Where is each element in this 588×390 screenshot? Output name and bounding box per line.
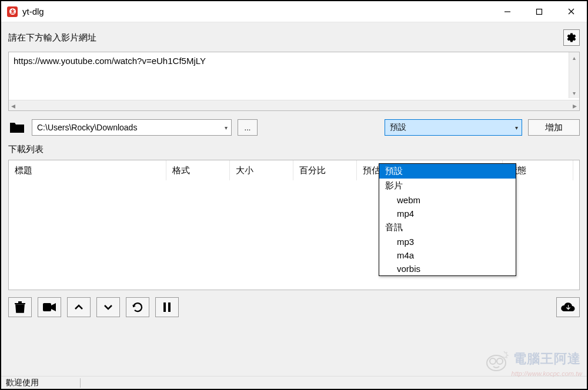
svg-rect-7 xyxy=(168,302,171,312)
format-option[interactable]: 影片 xyxy=(379,179,516,193)
format-combo[interactable]: 預設 ▾ xyxy=(385,119,522,136)
app-icon xyxy=(7,6,18,17)
format-option[interactable]: 音訊 xyxy=(379,220,516,235)
scroll-down-icon: ▾ xyxy=(569,88,579,98)
scroll-left-icon: ◂ xyxy=(11,101,15,110)
format-option[interactable]: webm xyxy=(379,193,516,207)
chevron-down-icon xyxy=(103,304,113,311)
format-option[interactable]: vorbis xyxy=(379,262,516,275)
play-button[interactable] xyxy=(38,297,61,317)
move-down-button[interactable] xyxy=(96,297,120,317)
download-button[interactable] xyxy=(556,297,580,317)
save-path-combo[interactable]: C:\Users\Rocky\Downloads ▾ xyxy=(32,119,232,136)
vertical-scrollbar[interactable]: ▴ ▾ xyxy=(569,52,579,98)
video-camera-icon xyxy=(43,302,56,312)
svg-rect-2 xyxy=(537,9,542,14)
horizontal-scrollbar[interactable]: ◂ ▸ xyxy=(9,100,579,110)
window-controls xyxy=(492,1,587,22)
cloud-download-icon xyxy=(560,302,576,312)
format-selected: 預設 xyxy=(390,122,406,133)
folder-icon xyxy=(8,120,26,135)
url-input-container: ▴ ▾ ◂ ▸ xyxy=(8,52,580,111)
maximize-button[interactable] xyxy=(523,1,555,22)
pause-icon xyxy=(163,302,171,312)
delete-button[interactable] xyxy=(8,297,32,317)
column-header[interactable]: 大小 xyxy=(230,160,293,180)
move-up-button[interactable] xyxy=(67,297,91,317)
scroll-right-icon: ▸ xyxy=(573,101,577,110)
chevron-up-icon xyxy=(74,304,83,311)
format-option[interactable]: mp3 xyxy=(379,235,516,248)
url-input-label: 請在下方輸入影片網址 xyxy=(8,32,96,43)
refresh-icon xyxy=(132,301,143,313)
status-separator xyxy=(80,378,81,388)
window-title: yt-dlg xyxy=(22,6,44,16)
chevron-down-icon: ▾ xyxy=(515,125,518,131)
format-option[interactable]: 預設 xyxy=(379,164,516,179)
status-text: 歡迎使用 xyxy=(6,378,39,388)
column-header[interactable]: 格式 xyxy=(166,160,230,180)
close-button[interactable] xyxy=(555,1,587,22)
scroll-up-icon: ▴ xyxy=(569,52,579,63)
add-button[interactable]: 增加 xyxy=(528,119,580,136)
save-path-value: C:\Users\Rocky\Downloads xyxy=(37,123,137,132)
svg-rect-5 xyxy=(43,303,51,311)
column-header[interactable]: 標題 xyxy=(9,160,166,180)
gear-icon xyxy=(566,32,577,43)
svg-rect-6 xyxy=(163,302,166,312)
trash-icon xyxy=(15,301,25,313)
download-list-label: 下載列表 xyxy=(8,144,580,155)
refresh-button[interactable] xyxy=(126,297,149,317)
format-option[interactable]: m4a xyxy=(379,248,516,262)
pause-button[interactable] xyxy=(155,297,179,317)
column-header[interactable]: 百分比 xyxy=(293,160,357,180)
toolbar xyxy=(8,290,580,324)
format-dropdown[interactable]: 預設影片webmmp4音訊mp3m4avorbis xyxy=(379,163,516,276)
path-row: C:\Users\Rocky\Downloads ▾ ... 預設 ▾ 增加 xyxy=(8,119,580,136)
titlebar: yt-dlg xyxy=(1,1,587,22)
url-input[interactable] xyxy=(9,52,569,98)
statusbar: 歡迎使用 xyxy=(1,376,587,389)
browse-button[interactable]: ... xyxy=(238,119,258,136)
chevron-down-icon: ▾ xyxy=(225,125,228,131)
format-option[interactable]: mp4 xyxy=(379,207,516,220)
minimize-button[interactable] xyxy=(492,1,523,22)
settings-button[interactable] xyxy=(563,29,580,46)
